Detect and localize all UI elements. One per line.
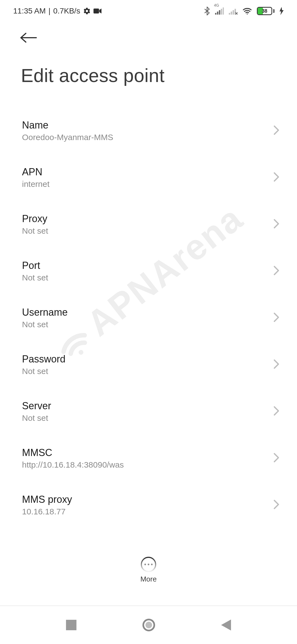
signal-sim2-icon [229, 7, 238, 15]
setting-value-proxy: Not set [22, 226, 48, 236]
svg-rect-12 [66, 620, 76, 630]
chevron-right-icon [273, 406, 279, 417]
status-right: 4G 38 [204, 7, 284, 15]
setting-value-port: Not set [22, 273, 48, 282]
setting-row-password[interactable]: PasswordNot set [0, 341, 297, 388]
more-label: More [140, 575, 156, 583]
setting-label-password: Password [22, 353, 65, 365]
svg-rect-3 [217, 12, 218, 15]
nav-home-button[interactable] [142, 618, 155, 632]
setting-text: PortNot set [22, 260, 48, 282]
charging-icon [279, 7, 284, 15]
chevron-right-icon [273, 312, 279, 324]
svg-rect-2 [215, 13, 216, 15]
setting-row-apn[interactable]: APNinternet [0, 154, 297, 201]
bluetooth-icon [204, 7, 210, 15]
battery-indicator: 38 [257, 7, 274, 15]
chevron-right-icon [273, 172, 279, 183]
setting-row-mms-proxy[interactable]: MMS proxy10.16.18.77 [0, 482, 297, 528]
status-left: 11:35 AM | 0.7KB/s [13, 7, 102, 15]
setting-label-mms-proxy: MMS proxy [22, 494, 72, 505]
svg-rect-1 [94, 9, 99, 13]
battery-nub [273, 9, 274, 13]
svg-rect-10 [235, 9, 236, 15]
battery-text: 38 [258, 8, 271, 14]
signal-4g-icon: 4G [215, 7, 224, 15]
chevron-right-icon [273, 219, 279, 230]
setting-text: MMS proxy10.16.18.77 [22, 494, 72, 516]
setting-text: ServerNot set [22, 400, 51, 423]
setting-text: UsernameNot set [22, 307, 68, 329]
setting-row-port[interactable]: PortNot set [0, 248, 297, 294]
svg-rect-7 [229, 13, 230, 15]
gear-icon [83, 7, 91, 15]
setting-text: MMSChttp://10.16.18.4:38090/was [22, 447, 124, 470]
setting-text: NameOoredoo-Myanmar-MMS [22, 119, 113, 142]
setting-label-name: Name [22, 119, 113, 131]
svg-rect-9 [233, 10, 234, 15]
nav-recents-button[interactable] [66, 620, 76, 630]
svg-rect-4 [219, 10, 220, 15]
chevron-right-icon [273, 265, 279, 277]
status-speed: 0.7KB/s [53, 7, 80, 15]
chevron-right-icon [273, 499, 279, 511]
network-label: 4G [214, 3, 219, 7]
status-bar: 11:35 AM | 0.7KB/s 4G 38 [0, 0, 297, 22]
setting-label-port: Port [22, 260, 48, 271]
setting-value-apn: internet [22, 179, 50, 189]
chevron-right-icon [273, 125, 279, 137]
chevron-right-icon [273, 359, 279, 370]
setting-value-password: Not set [22, 367, 65, 376]
setting-label-apn: APN [22, 166, 50, 178]
svg-rect-5 [221, 9, 222, 15]
setting-label-server: Server [22, 400, 51, 412]
status-sep: | [48, 7, 50, 15]
setting-label-proxy: Proxy [22, 213, 48, 225]
system-nav-bar [0, 605, 297, 644]
setting-row-server[interactable]: ServerNot set [0, 388, 297, 435]
setting-text: APNinternet [22, 166, 50, 189]
svg-point-14 [145, 622, 152, 628]
setting-label-username: Username [22, 307, 68, 318]
setting-value-server: Not set [22, 413, 51, 423]
setting-text: ProxyNot set [22, 213, 48, 236]
setting-label-mmsc: MMSC [22, 447, 124, 459]
svg-rect-6 [223, 7, 224, 15]
svg-point-11 [247, 13, 248, 15]
setting-text: PasswordNot set [22, 353, 65, 376]
svg-rect-8 [231, 12, 232, 15]
setting-value-mmsc: http://10.16.18.4:38090/was [22, 460, 124, 470]
more-icon [141, 557, 156, 572]
setting-value-name: Ooredoo-Myanmar-MMS [22, 133, 113, 142]
setting-row-proxy[interactable]: ProxyNot set [0, 201, 297, 248]
setting-row-mmsc[interactable]: MMSChttp://10.16.18.4:38090/was [0, 435, 297, 482]
apn-settings-list: NameOoredoo-Myanmar-MMSAPNinternetProxyN… [0, 107, 297, 572]
page-title: Edit access point [21, 65, 165, 86]
camera-icon [94, 8, 102, 14]
back-button[interactable] [19, 32, 37, 45]
chevron-right-icon [273, 452, 279, 464]
setting-value-username: Not set [22, 320, 68, 329]
arrow-left-icon [19, 32, 37, 44]
more-button[interactable]: More [0, 557, 297, 583]
setting-row-username[interactable]: UsernameNot set [0, 294, 297, 341]
nav-back-button[interactable] [221, 620, 231, 631]
setting-value-mms-proxy: 10.16.18.77 [22, 507, 72, 516]
status-time: 11:35 AM [13, 7, 46, 15]
setting-row-name[interactable]: NameOoredoo-Myanmar-MMS [0, 107, 297, 154]
wifi-icon [243, 7, 252, 15]
